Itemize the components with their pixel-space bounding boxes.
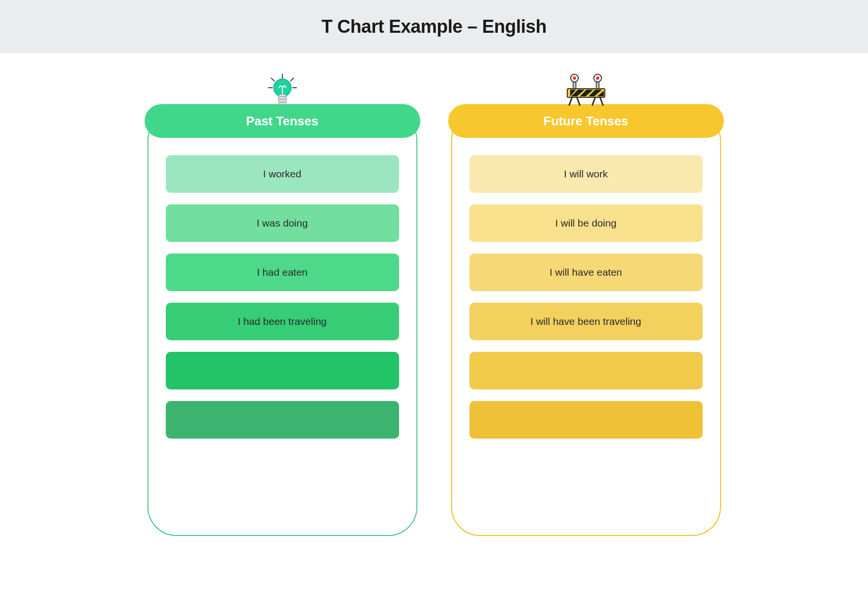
t-chart: Past Tenses I worked I was doing I had e… [0, 53, 868, 536]
column-header-label: Future Tenses [544, 114, 628, 129]
row-text: I had been traveling [238, 316, 326, 327]
list-item: I will have eaten [469, 254, 703, 291]
list-item: I will be doing [469, 204, 703, 242]
svg-rect-7 [278, 96, 287, 99]
page-title: T Chart Example – English [321, 16, 547, 37]
lightbulb-icon [266, 73, 299, 113]
list-item: I had eaten [166, 254, 399, 291]
list-item: I was doing [166, 204, 399, 242]
column-past: Past Tenses I worked I was doing I had e… [147, 96, 417, 536]
svg-line-23 [577, 97, 580, 105]
title-band: T Chart Example – English [0, 0, 868, 53]
list-item [469, 352, 703, 389]
svg-rect-12 [573, 82, 576, 89]
row-text: I will have eaten [549, 267, 622, 278]
list-item: I had been traveling [166, 303, 399, 340]
list-item: I will work [469, 155, 703, 193]
column-body-past: I worked I was doing I had eaten I had b… [147, 112, 417, 536]
svg-point-11 [573, 77, 576, 80]
list-item [469, 401, 703, 439]
list-item: I will have been traveling [469, 303, 703, 340]
svg-rect-8 [278, 99, 287, 102]
column-header-label: Past Tenses [246, 114, 319, 129]
row-text: I will work [564, 168, 608, 180]
svg-rect-9 [279, 102, 286, 105]
svg-line-24 [592, 97, 595, 105]
row-text: I worked [263, 168, 301, 180]
svg-line-2 [291, 78, 294, 81]
svg-line-22 [569, 97, 572, 105]
list-item: I worked [166, 155, 399, 193]
row-text: I will be doing [555, 217, 616, 229]
row-text: I had eaten [257, 267, 307, 278]
row-text: I will have been traveling [531, 316, 641, 327]
column-body-future: I will work I will be doing I will have … [451, 112, 721, 536]
column-future: Future Tenses I will work I will be doin… [451, 96, 721, 536]
svg-point-14 [596, 77, 599, 80]
svg-rect-15 [596, 82, 599, 89]
column-header-future: Future Tenses [448, 104, 724, 138]
svg-line-1 [271, 78, 274, 81]
list-item [166, 401, 399, 439]
svg-line-25 [600, 97, 603, 105]
barrier-icon [565, 73, 607, 109]
list-item [166, 352, 399, 389]
row-text: I was doing [256, 217, 307, 229]
